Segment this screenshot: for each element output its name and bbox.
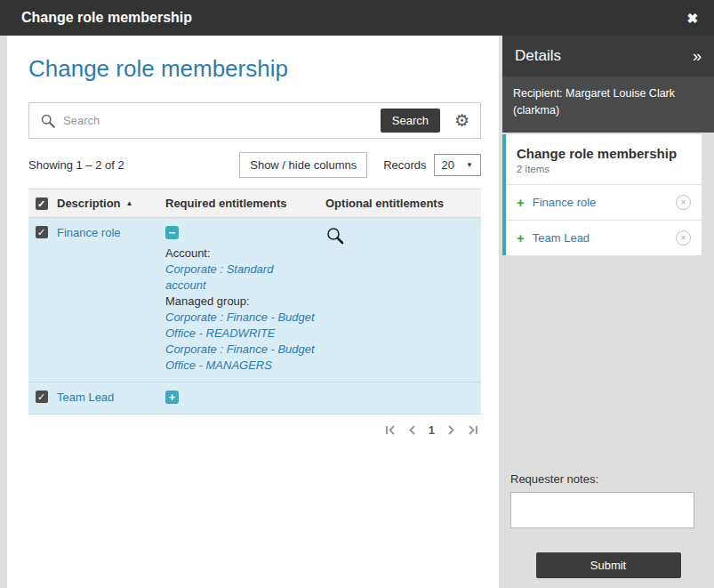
dialog-titlebar: Change role membership ✖: [0, 0, 714, 36]
role-link[interactable]: Finance role: [57, 226, 121, 239]
cart-item-label[interactable]: Finance role: [533, 196, 597, 209]
dialog-title: Change role membership: [21, 10, 192, 26]
table-row: Team Lead +: [28, 382, 481, 414]
close-icon[interactable]: ✖: [686, 12, 698, 25]
submit-button[interactable]: Submit: [536, 552, 681, 578]
sort-ascending-icon: ▲: [126, 199, 133, 207]
collapse-panel-icon[interactable]: »: [693, 47, 702, 66]
dropdown-caret-icon: ▼: [466, 161, 473, 169]
column-header-optional-entitlements[interactable]: Optional entitlements: [320, 189, 481, 217]
cart-title: Change role membership: [506, 134, 702, 164]
last-page-icon[interactable]: [468, 424, 479, 436]
records-per-page-select[interactable]: 20 ▼: [434, 154, 481, 176]
expand-icon[interactable]: +: [165, 391, 179, 404]
show-hide-columns-button[interactable]: Show / hide columns: [239, 152, 367, 178]
details-title: Details: [515, 47, 561, 65]
requester-notes-input[interactable]: [510, 492, 694, 528]
search-button[interactable]: Search: [381, 109, 440, 133]
entitlement-group-label: Managed group:: [165, 294, 315, 310]
page-title: Change role membership: [28, 55, 481, 83]
column-header-required-entitlements[interactable]: Required entitlements: [160, 189, 320, 217]
recipient-info: Recipient: Margaret Louise Clark (clarkm…: [502, 77, 714, 133]
table-toolbar: Showing 1 – 2 of 2 Show / hide columns R…: [28, 152, 481, 178]
cart-item-count: 2 items: [506, 164, 702, 184]
select-all-checkbox[interactable]: [36, 197, 48, 210]
details-sidebar: Details » Recipient: Margaret Louise Cla…: [502, 36, 714, 588]
cart-item: + Team Lead ×: [506, 220, 702, 255]
column-header-description[interactable]: Description ▲: [52, 189, 160, 217]
requester-notes-label: Requester notes:: [502, 472, 714, 492]
role-link[interactable]: Team Lead: [57, 391, 114, 404]
pagination: 1: [28, 423, 481, 437]
collapse-icon[interactable]: −: [165, 226, 179, 239]
current-page-number: 1: [429, 423, 435, 437]
add-icon: +: [517, 231, 525, 245]
previous-page-icon[interactable]: [406, 424, 418, 436]
search-bar: Search ⚙: [28, 102, 481, 139]
entitlement-group-label: Account:: [165, 246, 315, 262]
roles-table: Description ▲ Required entitlements Opti…: [28, 189, 481, 415]
cart-card: Change role membership 2 items + Finance…: [502, 134, 702, 255]
row-checkbox[interactable]: [36, 391, 48, 403]
cart-item-label[interactable]: Team Lead: [533, 231, 590, 245]
details-header: Details »: [502, 36, 714, 77]
first-page-icon[interactable]: [384, 424, 396, 436]
entitlement-link[interactable]: Corporate : Finance - Budget Office - RE…: [165, 310, 315, 342]
entitlement-link[interactable]: Corporate : Finance - Budget Office - MA…: [165, 342, 315, 374]
change-role-membership-dialog: Change role membership ✖ Change role mem…: [0, 0, 714, 588]
remove-item-icon[interactable]: ×: [676, 195, 691, 210]
entitlement-link[interactable]: Corporate : Standard account: [165, 262, 315, 294]
cart-item: + Finance role ×: [506, 184, 702, 220]
showing-count: Showing 1 – 2 of 2: [28, 158, 124, 172]
row-checkbox[interactable]: [36, 226, 48, 238]
gear-icon[interactable]: ⚙: [454, 112, 469, 129]
records-label: Records: [383, 158, 426, 172]
main-panel: Change role membership Search ⚙ Showing …: [7, 36, 499, 588]
remove-item-icon[interactable]: ×: [676, 230, 691, 246]
add-icon: +: [517, 196, 525, 209]
search-input[interactable]: [56, 114, 381, 127]
next-page-icon[interactable]: [445, 424, 457, 436]
view-optional-entitlements-icon[interactable]: [325, 226, 345, 246]
records-per-page-value: 20: [442, 158, 454, 172]
table-row: Finance role − Account: Corporate : Stan…: [28, 218, 481, 382]
required-entitlements-detail: Account: Corporate : Standard account Ma…: [165, 246, 315, 374]
table-header-row: Description ▲ Required entitlements Opti…: [28, 189, 481, 218]
search-icon: [40, 113, 56, 129]
